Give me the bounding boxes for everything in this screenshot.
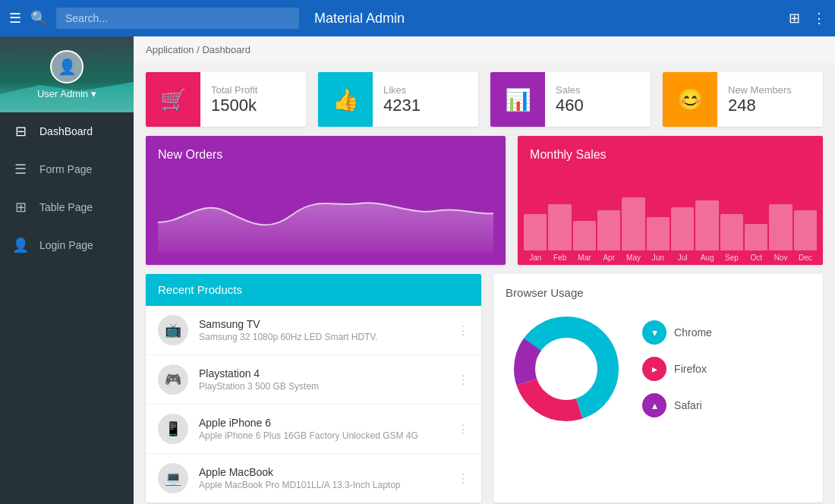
product-item-3: 💻 Apple MacBook Apple MacBook Pro MD101L… xyxy=(146,454,481,502)
stat-label-new-members: New Members xyxy=(728,84,792,96)
product-icon-2: 📱 xyxy=(158,414,188,444)
sidebar-nav: ⊟ DashBoard ☰ Form Page ⊞ Table Page 👤 L… xyxy=(0,112,134,504)
new-orders-title: New Orders xyxy=(158,148,493,162)
sidebar-item-label: Login Page xyxy=(39,239,93,251)
bar-label-nov: Nov xyxy=(774,254,788,265)
bar-col-aug: Aug xyxy=(695,200,718,265)
product-more-0[interactable]: ⋮ xyxy=(457,323,469,338)
legend-label-safari: Safari xyxy=(674,399,702,411)
content-area: Application / Dashboard 🛒 Total Profit 1… xyxy=(134,36,835,504)
product-name-2: Apple iPhone 6 xyxy=(199,417,446,429)
bar-feb xyxy=(548,204,571,250)
legend-item-chrome: ▾ Chrome xyxy=(642,320,712,345)
legend-item-firefox: ▸ Firefox xyxy=(642,357,712,381)
browser-usage-card: Browser Usage ▾ Chrome ▸ xyxy=(493,274,823,502)
bar-mar xyxy=(573,221,596,250)
product-info-1: Playstation 4 PlayStation 3 500 GB Syste… xyxy=(199,367,446,392)
stat-icon-new-members: 😊 xyxy=(663,72,717,127)
product-desc-3: Apple MacBook Pro MD101LL/A 13.3-Inch La… xyxy=(199,480,446,490)
product-desc-2: Apple iPhone 6 Plus 16GB Factory Unlocke… xyxy=(199,430,446,441)
sidebar-item-label: DashBoard xyxy=(39,125,93,137)
sidebar-item-dashboard[interactable]: ⊟ DashBoard xyxy=(0,112,134,150)
bar-col-may: May xyxy=(622,197,644,265)
stat-value-sales: 460 xyxy=(556,96,584,115)
browser-legend: ▾ Chrome ▸ Firefox ▴ Safari xyxy=(642,320,712,417)
legend-icon-firefox: ▸ xyxy=(642,357,666,381)
product-icon-0: 📺 xyxy=(158,315,188,345)
browser-chart-area: ▾ Chrome ▸ Firefox ▴ Safari xyxy=(506,308,811,430)
stat-info-sales: Sales 460 xyxy=(545,72,594,127)
bar-col-jun: Jun xyxy=(647,217,670,265)
product-name-1: Playstation 4 xyxy=(199,367,446,380)
legend-icon-safari: ▴ xyxy=(642,393,666,417)
new-orders-card: New Orders xyxy=(146,136,506,265)
bar-label-feb: Feb xyxy=(553,254,566,265)
topbar: ☰ 🔍 Material Admin ⊞ ⋮ xyxy=(0,0,835,36)
stat-label-total-profit: Total Profit xyxy=(211,84,257,96)
product-item-2: 📱 Apple iPhone 6 Apple iPhone 6 Plus 16G… xyxy=(146,405,481,454)
browser-usage-title: Browser Usage xyxy=(506,286,811,299)
bar-col-jul: Jul xyxy=(671,207,694,265)
svg-point-3 xyxy=(536,339,597,399)
stat-label-sales: Sales xyxy=(556,84,584,96)
sidebar-user: 👤 User Admin ▾ xyxy=(0,36,134,112)
legend-label-firefox: Firefox xyxy=(674,363,707,375)
sidebar-item-login[interactable]: 👤 Login Page xyxy=(0,226,134,264)
bar-dec xyxy=(794,210,817,250)
stat-card-sales: 📊 Sales 460 xyxy=(490,72,651,127)
sidebar-item-form[interactable]: ☰ Form Page xyxy=(0,150,134,188)
grid-icon[interactable]: ⊞ xyxy=(789,10,800,27)
bottom-row: Recent Products 📺 Samsung TV Samsung 32 … xyxy=(134,274,835,504)
stat-icon-total-profit: 🛒 xyxy=(146,72,200,127)
menu-icon[interactable]: ☰ xyxy=(9,10,21,27)
bar-label-dec: Dec xyxy=(799,254,812,265)
topbar-actions: ⊞ ⋮ xyxy=(789,10,826,27)
product-desc-0: Samsung 32 1080p 60Hz LED Smart HDTV. xyxy=(199,332,446,342)
product-more-3[interactable]: ⋮ xyxy=(457,471,469,486)
login-icon: 👤 xyxy=(12,237,29,254)
product-item-0: 📺 Samsung TV Samsung 32 1080p 60Hz LED S… xyxy=(146,306,481,355)
product-item-1: 🎮 Playstation 4 PlayStation 3 500 GB Sys… xyxy=(146,355,481,405)
bar-jun xyxy=(647,217,670,250)
recent-products-title: Recent Products xyxy=(158,283,242,296)
bar-may xyxy=(622,197,644,250)
legend-label-chrome: Chrome xyxy=(674,326,712,339)
stat-label-likes: Likes xyxy=(383,84,421,96)
stat-icon-sales: 📊 xyxy=(490,72,545,127)
stat-info-likes: Likes 4231 xyxy=(373,72,431,127)
dashboard-icon: ⊟ xyxy=(12,123,29,140)
stat-card-total-profit: 🛒 Total Profit 1500k xyxy=(146,72,306,127)
stat-info-new-members: New Members 248 xyxy=(717,72,802,127)
bar-jan xyxy=(524,214,547,250)
product-info-0: Samsung TV Samsung 32 1080p 60Hz LED Sma… xyxy=(199,318,446,342)
product-name-0: Samsung TV xyxy=(199,318,446,330)
search-input[interactable] xyxy=(56,8,299,29)
bar-col-dec: Dec xyxy=(794,210,817,265)
sidebar: 👤 User Admin ▾ ⊟ DashBoard ☰ Form Page ⊞… xyxy=(0,36,134,504)
product-more-1[interactable]: ⋮ xyxy=(457,373,469,387)
bar-jul xyxy=(671,207,694,250)
bar-label-apr: Apr xyxy=(603,254,615,265)
recent-products-header: Recent Products xyxy=(146,274,481,306)
breadcrumb: Application / Dashboard xyxy=(134,36,835,63)
mid-row: New Orders Monthly Sal xyxy=(134,136,835,274)
bar-label-jan: Jan xyxy=(529,254,541,265)
sidebar-username: User Admin ▾ xyxy=(37,88,96,99)
product-info-3: Apple MacBook Apple MacBook Pro MD101LL/… xyxy=(199,466,446,490)
bar-label-jun: Jun xyxy=(652,254,664,265)
sidebar-item-label: Form Page xyxy=(39,163,92,175)
app-title: Material Admin xyxy=(314,11,780,27)
sidebar-item-table[interactable]: ⊞ Table Page xyxy=(0,188,134,226)
more-icon[interactable]: ⋮ xyxy=(812,10,826,27)
product-more-2[interactable]: ⋮ xyxy=(457,422,469,436)
table-icon: ⊞ xyxy=(12,199,29,216)
product-icon-3: 💻 xyxy=(158,463,188,493)
monthly-sales-chart: JanFebMarAprMayJunJulAugSepOctNovDec xyxy=(518,169,823,265)
main-layout: 👤 User Admin ▾ ⊟ DashBoard ☰ Form Page ⊞… xyxy=(0,36,835,504)
bar-sep xyxy=(720,214,743,250)
bar-col-sep: Sep xyxy=(720,214,743,265)
product-desc-1: PlayStation 3 500 GB System xyxy=(199,381,446,392)
stat-icon-likes: 👍 xyxy=(318,72,373,127)
monthly-sales-title: Monthly Sales xyxy=(518,148,823,169)
search-icon[interactable]: 🔍 xyxy=(30,10,47,27)
